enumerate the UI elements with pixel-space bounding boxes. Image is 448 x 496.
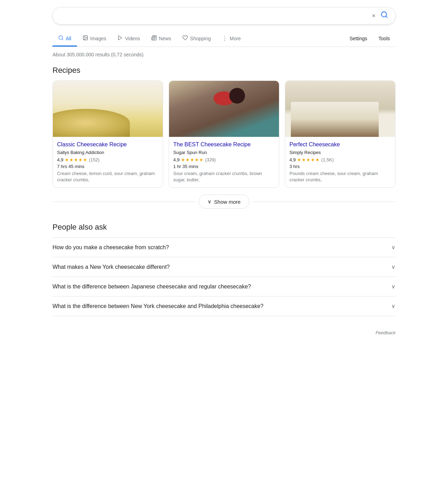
paa-title: People also ask bbox=[52, 223, 396, 232]
recipe-time-1: 7 hrs 45 mins bbox=[57, 164, 159, 169]
paa-item-1[interactable]: How do you make a cheesecake from scratc… bbox=[52, 237, 396, 257]
show-more-button[interactable]: ∨ Show more bbox=[199, 195, 250, 209]
results-count: About 305.000.000 results (0,72 seconds) bbox=[52, 52, 396, 57]
clear-icon[interactable]: × bbox=[372, 12, 376, 20]
paa-chevron-3: ∨ bbox=[391, 283, 396, 290]
recipe-count-1: (152) bbox=[89, 157, 99, 162]
svg-line-3 bbox=[62, 39, 63, 40]
recipe-image-2 bbox=[169, 81, 279, 137]
show-more-chevron: ∨ bbox=[208, 198, 211, 205]
recipe-image-3 bbox=[285, 81, 395, 137]
recipe-source-3: Simply Recipes bbox=[289, 150, 391, 155]
paa-item-3[interactable]: What is the difference between Japanese … bbox=[52, 277, 396, 296]
search-bar: cheesecake recipe × bbox=[52, 7, 396, 25]
show-more-line-left bbox=[52, 202, 195, 202]
tab-all-label: All bbox=[66, 36, 71, 41]
shopping-tab-icon bbox=[182, 35, 188, 42]
recipe-time-3: 3 hrs bbox=[289, 164, 391, 169]
svg-marker-6 bbox=[119, 36, 122, 40]
show-more-label: Show more bbox=[214, 199, 241, 205]
recipe-cards: Classic Cheesecake Recipe Sallys Baking … bbox=[52, 81, 396, 188]
tab-shopping[interactable]: Shopping bbox=[177, 32, 216, 47]
recipe-score-3: 4,9 bbox=[289, 157, 296, 162]
recipe-ingredients-1: Cream cheese, lemon curd, sour cream, gr… bbox=[57, 170, 159, 183]
nav-tabs: All Images Videos bbox=[52, 32, 396, 47]
recipe-score-2: 4,9 bbox=[173, 157, 180, 162]
recipes-title: Recipes bbox=[52, 66, 396, 75]
tab-tools-label: Tools bbox=[378, 36, 390, 41]
tab-images-label: Images bbox=[90, 36, 106, 41]
recipe-stars-2: ★★★★★ bbox=[181, 157, 204, 162]
recipe-card-body-3: Perfect Cheesecake Simply Recipes 4,9 ★★… bbox=[285, 137, 395, 187]
tab-settings[interactable]: Settings bbox=[344, 32, 373, 46]
more-tab-icon: ⋮ bbox=[222, 35, 227, 42]
recipe-card-body-1: Classic Cheesecake Recipe Sallys Baking … bbox=[53, 137, 163, 187]
tab-news-label: News bbox=[159, 36, 171, 41]
paa-question-3: What is the difference between Japanese … bbox=[52, 284, 251, 290]
recipe-title-1[interactable]: Classic Cheesecake Recipe bbox=[57, 141, 159, 148]
paa-question-4: What is the difference between New York … bbox=[52, 303, 264, 309]
paa-question-2: What makes a New York cheesecake differe… bbox=[52, 264, 170, 270]
paa-chevron-1: ∨ bbox=[391, 244, 396, 251]
recipe-card-3[interactable]: Perfect Cheesecake Simply Recipes 4,9 ★★… bbox=[285, 81, 396, 188]
recipe-title-2[interactable]: The BEST Cheesecake Recipe bbox=[173, 141, 275, 148]
paa-item-2[interactable]: What makes a New York cheesecake differe… bbox=[52, 257, 396, 277]
recipe-card-1[interactable]: Classic Cheesecake Recipe Sallys Baking … bbox=[52, 81, 163, 188]
people-also-ask-section: People also ask How do you make a cheese… bbox=[52, 223, 396, 316]
recipe-title-3[interactable]: Perfect Cheesecake bbox=[289, 141, 391, 148]
recipes-section: Recipes Classic Cheesecake Recipe Sallys… bbox=[52, 66, 396, 209]
tab-settings-label: Settings bbox=[350, 36, 368, 41]
all-tab-icon bbox=[58, 35, 64, 42]
show-more-line-right bbox=[253, 202, 396, 202]
recipe-card-body-2: The BEST Cheesecake Recipe Sugar Spun Ru… bbox=[169, 137, 279, 187]
recipe-source-1: Sallys Baking Addiction bbox=[57, 150, 159, 155]
tab-images[interactable]: Images bbox=[77, 32, 112, 47]
recipe-count-2: (329) bbox=[205, 157, 216, 162]
news-tab-icon bbox=[151, 35, 157, 42]
paa-chevron-4: ∨ bbox=[391, 303, 396, 309]
recipe-count-3: (1,5K) bbox=[321, 157, 334, 162]
images-tab-icon bbox=[83, 35, 88, 42]
recipe-source-2: Sugar Spun Run bbox=[173, 150, 275, 155]
recipe-ingredients-2: Sour cream, graham cracker crumbs, brown… bbox=[173, 170, 275, 183]
tab-videos-label: Videos bbox=[125, 36, 140, 41]
recipe-stars-3: ★★★★★ bbox=[297, 157, 320, 162]
svg-line-1 bbox=[386, 16, 387, 18]
paa-question-1: How do you make a cheesecake from scratc… bbox=[52, 244, 169, 251]
tab-news[interactable]: News bbox=[146, 32, 177, 47]
tab-videos[interactable]: Videos bbox=[112, 32, 146, 47]
show-more-container: ∨ Show more bbox=[52, 195, 396, 209]
recipe-image-1 bbox=[53, 81, 163, 137]
feedback[interactable]: Feedback bbox=[52, 327, 396, 335]
tab-tools[interactable]: Tools bbox=[373, 32, 396, 46]
tab-shopping-label: Shopping bbox=[190, 36, 211, 41]
recipe-rating-1: 4,9 ★★★★★ (152) bbox=[57, 157, 159, 162]
search-button[interactable] bbox=[380, 11, 388, 21]
recipe-rating-2: 4,9 ★★★★★ (329) bbox=[173, 157, 275, 162]
search-input[interactable]: cheesecake recipe bbox=[60, 12, 372, 20]
recipe-time-2: 1 hr 35 mins bbox=[173, 164, 275, 169]
tab-all[interactable]: All bbox=[52, 32, 77, 47]
recipe-rating-3: 4,9 ★★★★★ (1,5K) bbox=[289, 157, 391, 162]
recipe-card-2[interactable]: The BEST Cheesecake Recipe Sugar Spun Ru… bbox=[169, 81, 279, 188]
nav-right-tabs: Settings Tools bbox=[344, 32, 396, 46]
tab-more-label: More bbox=[230, 36, 241, 41]
recipe-stars-1: ★★★★★ bbox=[65, 157, 88, 162]
tab-more[interactable]: ⋮ More bbox=[216, 32, 246, 47]
svg-point-5 bbox=[84, 37, 85, 37]
recipe-score-1: 4,9 bbox=[57, 157, 63, 162]
recipe-ingredients-3: Pounds cream cheese, sour cream, graham … bbox=[289, 170, 391, 183]
paa-item-4[interactable]: What is the difference between New York … bbox=[52, 296, 396, 316]
paa-chevron-2: ∨ bbox=[391, 264, 396, 270]
videos-tab-icon bbox=[117, 35, 123, 42]
